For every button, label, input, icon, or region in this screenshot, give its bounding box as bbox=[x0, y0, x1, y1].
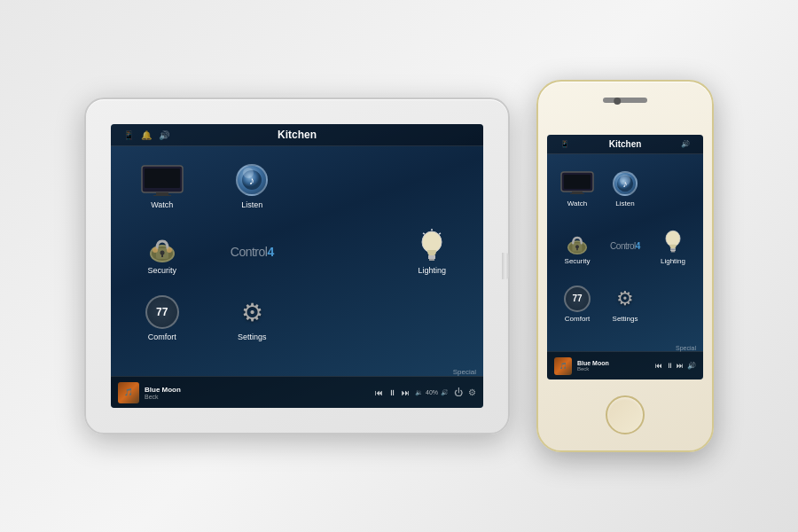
phone-watch-label: Watch bbox=[567, 200, 587, 207]
svg-rect-33 bbox=[670, 250, 676, 251]
svg-rect-1 bbox=[145, 168, 180, 188]
lighting-icon-container bbox=[409, 228, 455, 263]
listen-item[interactable]: ♪ Listen bbox=[210, 155, 295, 216]
phone-track-title: Blue Moon bbox=[577, 360, 650, 366]
comfort-thermostat-icon: 77 bbox=[145, 295, 179, 329]
phone-media-controls[interactable]: ⏮ ⏸ ⏭ 🔊 bbox=[655, 362, 696, 370]
phone-empty-r1c3 bbox=[652, 163, 694, 215]
svg-rect-34 bbox=[671, 251, 675, 252]
prev-button[interactable]: ⏮ bbox=[375, 388, 383, 397]
watch-label: Watch bbox=[151, 200, 173, 209]
phone-home-button[interactable] bbox=[606, 395, 645, 434]
phone-listen-label: Listen bbox=[615, 200, 634, 207]
watch-tv-icon bbox=[140, 164, 184, 196]
phone-bottom-bar: 🎵 Blue Moon Beck ⏮ ⏸ ⏭ 🔊 bbox=[547, 351, 703, 379]
tablet-side-button[interactable] bbox=[502, 253, 509, 279]
tablet-bell-icon[interactable]: 🔔 bbox=[137, 130, 155, 140]
phone-lighting-item[interactable]: Lighting bbox=[652, 221, 694, 273]
phone-play-button[interactable]: ⏸ bbox=[666, 362, 673, 370]
volume-value: 40% bbox=[426, 389, 438, 395]
phone-listen-item[interactable]: ♪ Listen bbox=[604, 163, 646, 215]
phone-track-artist: Beck bbox=[577, 366, 650, 372]
empty-item-1 bbox=[300, 155, 385, 216]
svg-rect-2 bbox=[156, 192, 168, 195]
svg-point-12 bbox=[167, 247, 172, 253]
phone-comfort-icon-container: 77 bbox=[560, 286, 594, 312]
volume-down-icon[interactable]: 🔉 bbox=[415, 389, 423, 396]
settings-gear-icon: ⚙ bbox=[241, 298, 263, 327]
phone-security-label: Security bbox=[565, 257, 591, 265]
phone-device: 📱 Kitchen 🔊 Watch bbox=[536, 80, 714, 452]
empty-item-2 bbox=[390, 155, 475, 216]
phone-screen: 📱 Kitchen 🔊 Watch bbox=[547, 135, 703, 379]
security-icon-container bbox=[139, 228, 185, 263]
svg-rect-30 bbox=[576, 246, 578, 250]
security-lock-icon bbox=[145, 229, 180, 262]
svg-rect-10 bbox=[161, 253, 163, 257]
phone-comfort-thermostat-icon: 77 bbox=[564, 286, 591, 312]
phone-speaker-icon[interactable]: 🔊 bbox=[687, 362, 696, 370]
settings-icon-container: ⚙ bbox=[229, 294, 275, 330]
tablet-device: 📱 🔔 🔊 Kitchen Watch bbox=[84, 98, 510, 434]
phone-security-lock-icon bbox=[563, 228, 591, 254]
svg-rect-32 bbox=[670, 248, 676, 249]
lighting-item[interactable]: Lighting bbox=[390, 222, 475, 283]
phone-watch-item[interactable]: Watch bbox=[556, 163, 598, 215]
svg-rect-14 bbox=[428, 255, 435, 257]
phone-security-item[interactable]: Security bbox=[556, 221, 598, 273]
phone-app-grid: Watch bbox=[547, 154, 703, 344]
phone-prev-button[interactable]: ⏮ bbox=[655, 362, 662, 370]
svg-rect-21 bbox=[564, 175, 591, 189]
tablet-track-artist: Beck bbox=[145, 394, 370, 400]
settings-label: Settings bbox=[238, 332, 267, 341]
phone-watch-icon-container bbox=[560, 170, 594, 197]
svg-text:♪: ♪ bbox=[249, 174, 255, 187]
phone-comfort-item[interactable]: 77 Comfort bbox=[556, 278, 598, 330]
comfort-icon-container: 77 bbox=[139, 294, 185, 330]
phone-settings-item[interactable]: ⚙ Settings bbox=[604, 278, 646, 330]
comfort-item[interactable]: 77 Comfort bbox=[120, 287, 205, 348]
phone-speaker bbox=[603, 98, 647, 103]
svg-rect-3 bbox=[153, 195, 171, 196]
empty-item-4 bbox=[300, 287, 385, 348]
tablet-volume-icon[interactable]: 🔊 bbox=[155, 130, 173, 140]
security-item[interactable]: Security bbox=[120, 222, 205, 283]
listen-music-icon: ♪ bbox=[236, 164, 268, 196]
phone-volume-icon[interactable]: 🔊 bbox=[677, 140, 694, 148]
empty-item-3 bbox=[300, 222, 385, 283]
phone-header: 📱 Kitchen 🔊 bbox=[547, 135, 703, 154]
tablet-special-label: Special bbox=[453, 368, 476, 376]
listen-label: Listen bbox=[241, 200, 262, 209]
tablet-room-title: Kitchen bbox=[173, 129, 421, 141]
svg-rect-22 bbox=[572, 192, 583, 193]
watch-item[interactable]: Watch bbox=[120, 155, 205, 216]
volume-up-icon[interactable]: 🔊 bbox=[441, 389, 449, 396]
settings-small-icon[interactable]: ⚙ bbox=[468, 387, 476, 397]
play-button[interactable]: ⏸ bbox=[388, 388, 396, 397]
tablet-app-grid: Watch bbox=[111, 146, 483, 357]
tablet-bottom-bar: 🎵 Blue Moon Beck ⏮ ⏸ ⏭ 🔉 40% 🔊 ⏻ ⚙ bbox=[111, 376, 483, 408]
phone-listen-icon-container: ♪ bbox=[608, 170, 642, 197]
next-button[interactable]: ⏭ bbox=[402, 388, 410, 397]
svg-line-19 bbox=[423, 233, 425, 234]
tablet-media-controls[interactable]: ⏮ ⏸ ⏭ bbox=[375, 388, 410, 397]
empty-item-5 bbox=[390, 287, 475, 348]
phone-control4-text: Control4 bbox=[610, 241, 640, 251]
phone-comfort-label: Comfort bbox=[565, 315, 590, 323]
power-icon[interactable]: ⏻ bbox=[454, 387, 463, 397]
phone-home-icon[interactable]: 📱 bbox=[556, 140, 574, 148]
phone-next-button[interactable]: ⏭ bbox=[677, 362, 684, 370]
settings-item[interactable]: ⚙ Settings bbox=[210, 287, 295, 348]
tablet-screen: 📱 🔔 🔊 Kitchen Watch bbox=[111, 124, 483, 408]
listen-icon-container: ♪ bbox=[229, 162, 275, 198]
phone-special-label: Special bbox=[676, 345, 696, 351]
phone-room-title: Kitchen bbox=[574, 139, 677, 149]
tablet-volume-section: 🔉 40% 🔊 bbox=[415, 389, 449, 396]
phone-listen-music-icon: ♪ bbox=[613, 171, 638, 196]
lighting-label: Lighting bbox=[418, 266, 446, 275]
music-note-svg: ♪ bbox=[241, 169, 262, 191]
phone-security-icon-container bbox=[560, 228, 594, 254]
control4-text: Control4 bbox=[231, 245, 274, 259]
tablet-home-icon[interactable]: 📱 bbox=[120, 130, 137, 140]
phone-comfort-value: 77 bbox=[572, 293, 582, 303]
